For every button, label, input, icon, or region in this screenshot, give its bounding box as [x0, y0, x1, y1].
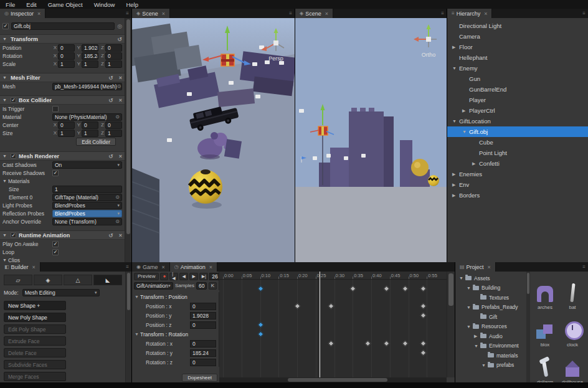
remove-component-icon[interactable]: ×	[119, 75, 122, 81]
property-value-field[interactable]: 185.24	[190, 349, 216, 357]
keyframe-diamond[interactable]	[420, 350, 427, 356]
builder-scrollbar[interactable]	[125, 272, 131, 382]
panel-menu-icon[interactable]: ≡	[123, 264, 131, 270]
scene-persp-viewport[interactable]: Persp	[132, 18, 295, 262]
hierarchy-item[interactable]: Player	[447, 95, 588, 105]
tab-project[interactable]: ▤ Project ×	[455, 262, 496, 272]
tab-scene-persp[interactable]: ◈ Scene ×	[132, 9, 170, 18]
hierarchy-item[interactable]: Camera	[447, 31, 588, 42]
keyframe-diamond-selected[interactable]	[257, 322, 263, 328]
receive-shadows-checkbox[interactable]: ✓	[52, 170, 59, 176]
hierarchy-item[interactable]: ▶ Borders	[447, 190, 588, 201]
panel-menu-icon[interactable]: ≡	[287, 11, 295, 16]
dopesheet-grid[interactable]	[219, 280, 447, 377]
foldout-arrow-icon[interactable]: ▼	[459, 276, 465, 280]
x-value-field[interactable]: 0	[58, 44, 75, 52]
panel-menu-icon[interactable]: ≡	[439, 11, 447, 16]
anim-sheet[interactable]: 0:000:050:100:150:200:250:300:350:400:45…	[219, 272, 447, 377]
box-collider-section-header[interactable]: ▼ ✓ Box Collider ↺ ×	[0, 95, 125, 105]
property-value-field[interactable]: 0	[190, 359, 216, 366]
close-icon[interactable]: ×	[209, 264, 212, 270]
keyframe-diamond[interactable]	[350, 286, 356, 292]
record-button[interactable]: ●	[160, 273, 168, 280]
hierarchy-item[interactable]: Directional Light	[447, 21, 588, 31]
foldout-arrow-icon[interactable]: ▼	[467, 305, 473, 310]
element-mode-tool-icon[interactable]: ◣	[93, 275, 122, 285]
project-folder-item[interactable]: ▼ Prefabs_Ready	[455, 303, 526, 313]
keyframe-diamond[interactable]	[365, 341, 371, 347]
animation-property-row[interactable]: Rotation : y 185.24	[132, 348, 219, 357]
gift-object[interactable]	[221, 54, 234, 66]
add-keyframe-button[interactable]: K	[209, 282, 217, 290]
project-divider-scrollbar[interactable]	[526, 272, 530, 382]
play-on-awake-checkbox[interactable]: ✓	[52, 241, 59, 247]
y-value-field[interactable]: 1	[82, 60, 98, 68]
builder-action-button[interactable]: New Poly Shape	[4, 313, 66, 322]
reset-icon[interactable]: ↺	[108, 75, 113, 81]
center-x-field[interactable]: 0	[58, 121, 75, 129]
scrollbar-thumb[interactable]	[448, 273, 453, 306]
panel-menu-icon[interactable]: ≡	[123, 11, 131, 16]
animation-hscrollbar[interactable]	[219, 377, 447, 382]
scrollbar-thumb[interactable]	[288, 378, 388, 382]
keyframe-diamond[interactable]	[420, 303, 427, 310]
reset-icon[interactable]: ↺	[108, 153, 113, 159]
asset-thumbnail[interactable]: clock	[559, 311, 586, 348]
poly-shape-tool-icon[interactable]: ◈	[34, 275, 62, 285]
light-probes-dropdown[interactable]: BlendProbes ▾	[52, 202, 122, 209]
mesh-filter-section-header[interactable]: ▼ Mesh Filter ↺ ×	[0, 73, 125, 82]
keyframe-diamond[interactable]	[383, 286, 389, 292]
foldout-arrow-icon[interactable]: ▶	[474, 334, 480, 339]
animation-property-row[interactable]: Rotation : z 0	[132, 357, 219, 367]
hierarchy-item[interactable]: ▶ PlayerCtrl	[447, 105, 588, 116]
animation-property-row[interactable]: Rotation : x 0	[132, 339, 219, 348]
center-y-field[interactable]: 0	[82, 121, 98, 129]
foldout-arrow-icon[interactable]: ▶	[472, 161, 479, 166]
object-active-checkbox[interactable]: ✓	[2, 23, 9, 29]
close-icon[interactable]: ×	[488, 264, 491, 270]
keyframe-diamond[interactable]	[328, 303, 334, 310]
foldout-arrow-icon[interactable]: ▼	[2, 98, 8, 102]
menu-item[interactable]: Game Object	[42, 0, 88, 9]
remove-component-icon[interactable]: ×	[119, 232, 122, 239]
remove-component-icon[interactable]: ×	[119, 97, 122, 103]
reflection-probes-dropdown[interactable]: BlendProbes ▾	[52, 210, 122, 217]
property-value-field[interactable]: 0	[190, 340, 216, 348]
hierarchy-item[interactable]: ▶ Confetti	[447, 158, 588, 169]
foldout-arrow-icon[interactable]: ▼	[2, 258, 8, 262]
tab-scene-ortho[interactable]: ◈ Scene ×	[295, 9, 333, 18]
object-name-field[interactable]: Gift.obj	[11, 22, 115, 30]
foldout-arrow-icon[interactable]: ▼	[2, 179, 8, 183]
material-field[interactable]: None (PhysicMaterial) ⊙	[52, 113, 122, 121]
tab-animation[interactable]: ◷ Animation ×	[170, 262, 217, 272]
hierarchy-item[interactable]: ▶ Env	[447, 179, 588, 190]
object-options-icon[interactable]: ◎	[117, 23, 122, 29]
project-folder-item[interactable]: ▼ Resources	[455, 322, 526, 332]
project-folder-item[interactable]: ▼ prefabs	[455, 361, 526, 371]
face-mode-tool-icon[interactable]: △	[64, 275, 92, 285]
foldout-arrow-icon[interactable]: ▼	[2, 233, 8, 237]
close-icon[interactable]: ×	[484, 11, 487, 17]
foldout-arrow-icon[interactable]: ▼	[2, 37, 8, 41]
tab-inspector[interactable]: ◎ Inspector ×	[0, 9, 45, 18]
scrollbar-thumb[interactable]	[126, 19, 130, 234]
panel-menu-icon[interactable]: ≡	[580, 264, 588, 270]
loop-checkbox[interactable]: ✓	[52, 249, 59, 255]
remove-component-icon[interactable]: ×	[119, 153, 122, 159]
project-folder-item[interactable]: ▼ Building	[455, 283, 526, 293]
reset-icon[interactable]: ↺	[108, 97, 113, 103]
close-icon[interactable]: ×	[37, 11, 40, 17]
object-picker-icon[interactable]: ⊙	[115, 194, 120, 200]
size-x-field[interactable]: 1	[58, 130, 75, 137]
component-enabled-checkbox[interactable]: ✓	[11, 232, 16, 238]
tab-builder[interactable]: ◧ Builder ×	[0, 262, 40, 272]
size-y-field[interactable]: 1	[82, 130, 98, 137]
clip-dropdown[interactable]: GiftAnimation ▾	[134, 282, 173, 290]
builder-action-button[interactable]: Edit Poly Shape	[4, 324, 66, 334]
builder-action-button[interactable]: New Shape +	[4, 301, 66, 310]
project-folder-item[interactable]: ▼ Environment	[455, 341, 526, 351]
project-folder-item[interactable]: Textures	[455, 293, 526, 303]
animation-property-row[interactable]: ▼ Transform : Rotation	[132, 329, 219, 339]
preview-button[interactable]: Preview	[134, 273, 159, 280]
component-enabled-checkbox[interactable]: ✓	[11, 97, 16, 103]
